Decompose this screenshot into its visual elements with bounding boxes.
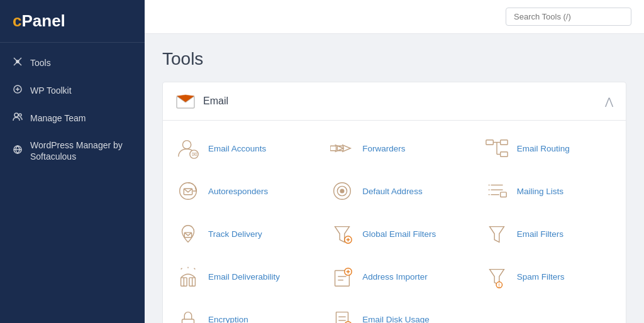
tool-global-email-filters[interactable]: Global Email Filters — [317, 212, 471, 255]
svg-rect-16 — [486, 140, 493, 145]
email-section-icon — [175, 91, 196, 111]
spam-filters-label: Spam Filters — [517, 272, 565, 282]
tools-grid: ✉ Email Accounts For — [163, 121, 626, 323]
autoresponders-label: Autoresponders — [208, 187, 268, 196]
track-delivery-icon — [175, 221, 201, 246]
tool-autoresponders[interactable]: Autoresponders — [163, 170, 317, 212]
encryption-icon — [175, 307, 201, 323]
email-filters-icon — [484, 221, 509, 246]
svg-point-4 — [14, 113, 18, 117]
svg-text:!: ! — [498, 282, 499, 288]
search-input[interactable] — [506, 8, 631, 26]
tools-icon — [13, 57, 23, 69]
email-disk-usage-label: Email Disk Usage — [362, 315, 430, 324]
email-section-chevron: ⋀ — [605, 96, 613, 107]
svg-rect-18 — [500, 152, 507, 157]
wordpress-manager-icon — [13, 145, 23, 157]
email-filters-label: Email Filters — [517, 229, 564, 239]
sidebar-nav: Tools WP Toolkit Manage Team — [0, 43, 145, 176]
svg-rect-61 — [336, 312, 348, 323]
sidebar-item-wp-toolkit[interactable]: WP Toolkit — [0, 77, 145, 104]
spam-filters-icon: ! — [484, 264, 509, 289]
forwarders-label: Forwarders — [362, 144, 405, 153]
logo: cPanel — [13, 11, 132, 31]
tool-forwarders[interactable]: Forwarders — [317, 127, 471, 170]
sidebar-item-manage-team[interactable]: Manage Team — [0, 104, 145, 132]
address-importer-icon — [330, 264, 355, 289]
tool-mailing-lists[interactable]: Mailing Lists — [472, 170, 626, 212]
svg-text:✉: ✉ — [192, 151, 197, 158]
email-accounts-icon: ✉ — [175, 136, 201, 161]
page-title: Tools — [162, 49, 626, 69]
logo-panel: Panel — [21, 11, 65, 30]
email-section-header-left: Email — [175, 91, 228, 111]
svg-point-11 — [182, 141, 191, 149]
logo-c: c — [13, 11, 21, 30]
tool-track-delivery[interactable]: Track Delivery — [163, 212, 317, 255]
mailing-lists-label: Mailing Lists — [517, 187, 564, 196]
svg-marker-8 — [177, 95, 194, 102]
svg-rect-17 — [500, 140, 507, 145]
email-deliverability-label: Email Deliverability — [208, 272, 280, 282]
sidebar-item-wordpress-manager[interactable]: WordPress Manager by Softaculous — [0, 132, 145, 170]
topbar — [145, 0, 644, 34]
sidebar-wordpress-label: WordPress Manager by Softaculous — [30, 140, 132, 162]
main-content: Tools Email ⋀ — [145, 0, 644, 323]
tool-email-deliverability[interactable]: Email Deliverability — [163, 255, 317, 298]
default-address-icon — [330, 178, 355, 204]
mailing-lists-icon — [484, 178, 509, 204]
svg-point-26 — [340, 189, 344, 193]
forwarders-icon — [330, 136, 355, 161]
svg-rect-30 — [500, 192, 506, 197]
tool-address-importer[interactable]: Address Importer — [317, 255, 471, 298]
svg-line-46 — [194, 268, 196, 270]
sidebar-manageteam-label: Manage Team — [30, 112, 86, 124]
email-deliverability-icon — [175, 264, 201, 289]
global-email-filters-icon — [330, 221, 355, 246]
email-section-header[interactable]: Email ⋀ — [163, 82, 626, 121]
tool-email-filters[interactable]: Email Filters — [472, 212, 626, 255]
tool-email-disk-usage[interactable]: Email Disk Usage — [317, 298, 471, 323]
track-delivery-label: Track Delivery — [208, 229, 262, 239]
svg-point-5 — [19, 114, 21, 116]
svg-marker-39 — [489, 227, 504, 243]
email-disk-usage-icon — [330, 307, 355, 323]
email-section-title: Email — [203, 96, 228, 107]
default-address-label: Default Address — [362, 187, 422, 196]
sidebar-tools-label: Tools — [30, 57, 51, 68]
svg-line-44 — [181, 268, 182, 270]
sidebar: cPanel Tools WP Toolkit — [0, 0, 145, 323]
svg-rect-14 — [330, 146, 336, 151]
tool-encryption[interactable]: Encryption — [163, 298, 317, 323]
manage-team-icon — [13, 112, 23, 124]
email-routing-label: Email Routing — [517, 144, 570, 153]
email-routing-icon — [484, 136, 509, 161]
email-section: Email ⋀ ✉ Email Accounts — [162, 82, 626, 323]
content-area: Tools Email ⋀ — [145, 34, 644, 323]
svg-rect-56 — [182, 319, 194, 323]
sidebar-logo: cPanel — [0, 0, 145, 43]
sidebar-item-tools[interactable]: Tools — [0, 49, 145, 77]
email-accounts-label: Email Accounts — [208, 144, 266, 153]
global-email-filters-label: Global Email Filters — [362, 229, 436, 239]
sidebar-wptoolkit-label: WP Toolkit — [30, 85, 72, 96]
encryption-label: Encryption — [208, 315, 248, 324]
tool-default-address[interactable]: Default Address — [317, 170, 471, 212]
tool-email-routing[interactable]: Email Routing — [472, 127, 626, 170]
tool-spam-filters[interactable]: ! Spam Filters — [472, 255, 626, 298]
tool-email-accounts[interactable]: ✉ Email Accounts — [163, 127, 317, 170]
wp-toolkit-icon — [13, 84, 23, 97]
autoresponders-icon — [175, 178, 201, 204]
address-importer-label: Address Importer — [362, 272, 428, 282]
